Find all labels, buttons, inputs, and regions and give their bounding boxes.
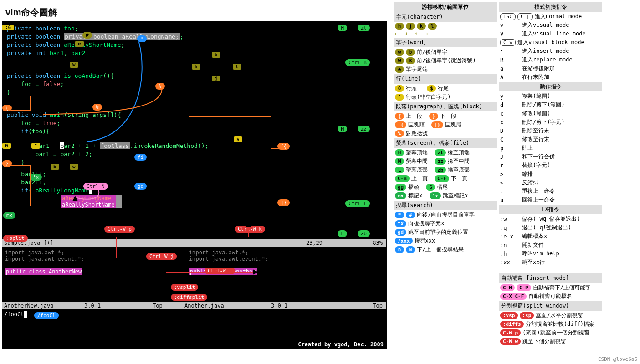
tickx-badge: 'x xyxy=(30,174,42,181)
goto-line-badge: :6 xyxy=(2,25,14,30)
page-footer: CSDN @love6a6 xyxy=(598,356,637,362)
k-key: k xyxy=(212,52,220,58)
w-badge: w xyxy=(70,164,78,170)
zt-badge: zt xyxy=(358,25,370,31)
vsplit-badge: :vsplit xyxy=(171,284,198,291)
h-badge: H xyxy=(338,25,347,31)
ctrlWp-badge: Ctrl-W p xyxy=(104,226,135,233)
credit: Created by vgod, Dec. 2009 xyxy=(298,341,384,348)
j-key: j xyxy=(212,76,220,81)
diffsplit-badge: :diffsplit xyxy=(171,294,207,301)
rbrace-badge: } xyxy=(2,160,12,167)
h-key: h xyxy=(192,64,200,70)
split-badge: :split xyxy=(3,235,28,242)
ctrlWk-badge: Ctrl-W k xyxy=(235,226,265,233)
l-key: l xyxy=(233,64,241,70)
ctrln-badge: Ctrl-N xyxy=(83,183,108,190)
M-badge: M xyxy=(338,126,347,132)
gd-badge: gd xyxy=(134,183,147,190)
rbrkt-badge: ]} xyxy=(277,199,290,206)
caret-badge: ^ xyxy=(31,143,40,149)
page-title: vim命令圖解 xyxy=(5,6,388,19)
L-badge: L xyxy=(338,230,347,237)
mx-badge: mx xyxy=(3,212,15,219)
completion-popup: aReallyLongName aReallyShortName xyxy=(61,195,122,208)
lbrkt-badge: [{ xyxy=(277,143,290,150)
status-bar-2: AnotherNew.java 3,0-1 Top Another.java 3… xyxy=(2,302,386,309)
zb-badge: zb xyxy=(358,230,370,237)
zz-badge: zz xyxy=(358,126,370,132)
W-badge: W xyxy=(70,62,78,68)
pane-left: import java.awt.*;import java.awt.event.… xyxy=(5,249,84,275)
pct2-badge: % xyxy=(92,104,102,111)
lbrace-badge: { xyxy=(2,105,12,111)
ctrlWl-badge: Ctrl-W l xyxy=(205,268,235,274)
ctrlF-badge: Ctrl-F xyxy=(345,200,370,207)
ref-col-2: 模式切換指令 ESCC-[進入normal mode v進入visual mod… xyxy=(499,2,602,349)
e-badge: e xyxy=(75,41,84,47)
zero-badge: 0 xyxy=(2,143,11,149)
editor-mock: private boolean foo; private boolean pri… xyxy=(2,21,387,349)
status-bar-1: Sample.java [+] 23,29 83% xyxy=(2,239,386,247)
ref-col-1: 游標移動/範圍單位 字元(character) hjkl ← ↓ ↑ → 單字(… xyxy=(394,2,497,349)
dollar-badge: $ xyxy=(234,136,242,142)
b-badge: b xyxy=(51,164,59,170)
fi-badge: fi xyxy=(134,154,147,161)
ctrlB-badge: Ctrl-B xyxy=(345,59,370,66)
ctrlWj-badge: Ctrl-W j xyxy=(146,253,177,260)
hash-badge: # xyxy=(82,32,92,39)
pct-badge: % xyxy=(155,83,165,90)
foocl-badge: /fooCl xyxy=(34,312,59,319)
star-badge: * xyxy=(137,35,147,42)
cmdline: /fooCl xyxy=(4,311,27,318)
